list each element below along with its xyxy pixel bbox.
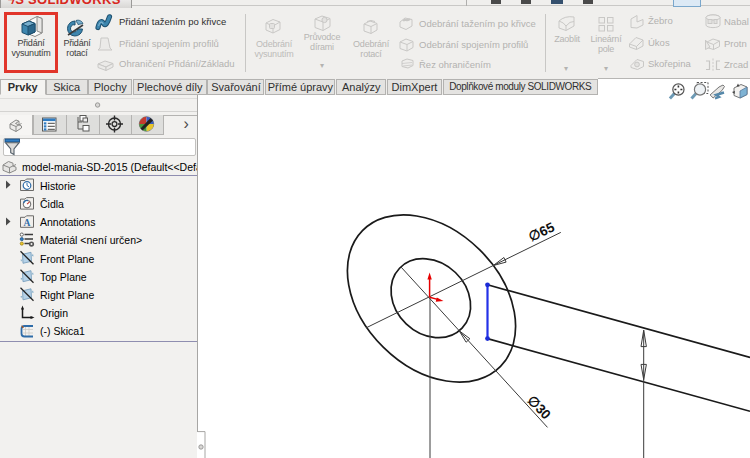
svg-text:∅65: ∅65 [526,219,557,244]
svg-text:∅30: ∅30 [524,393,553,423]
svg-text:A: A [24,218,31,228]
